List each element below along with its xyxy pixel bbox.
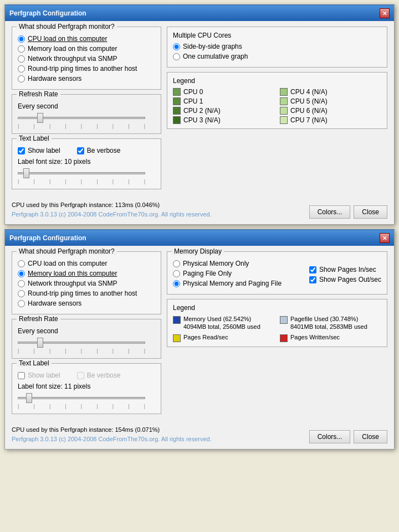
checkbox-group-1: Show label Be verbose bbox=[18, 147, 155, 154]
refresh-slider-2[interactable]: ||||||||| bbox=[18, 337, 145, 354]
tl-group-title-2: Text Label bbox=[17, 359, 52, 367]
button-row-1: Colors... Close bbox=[309, 205, 387, 219]
dialog-title-2: Perfgraph Configuration bbox=[9, 234, 86, 242]
show-label-text-1: Show label bbox=[28, 147, 60, 154]
font-slider-2[interactable]: ||||||||| bbox=[18, 392, 145, 409]
dialog-1: Perfgraph Configuration ✕ What should Pe… bbox=[4, 4, 395, 225]
show-pages-out-cb-2[interactable]: Show Pages Out/sec bbox=[309, 276, 381, 283]
show-label-cb-2[interactable]: Show label bbox=[18, 371, 60, 379]
physical-only-radio-2[interactable]: Physical Memory Only bbox=[173, 260, 304, 267]
legend-item-1: CPU 1 bbox=[173, 97, 274, 105]
legend-item-7: CPU 7 (N/A) bbox=[280, 116, 381, 124]
left-col-1: What should Perfgraph monitor? CPU load … bbox=[12, 27, 161, 194]
close-btn-1[interactable]: ✕ bbox=[380, 8, 390, 18]
legend-color-7 bbox=[280, 116, 288, 124]
radio-memory-2[interactable]: Memory load on this computer bbox=[18, 270, 155, 277]
title-bar-1: Perfgraph Configuration ✕ bbox=[5, 6, 394, 21]
cumulative-radio-1[interactable]: One cumulative graph bbox=[173, 53, 381, 60]
legend-item-6: CPU 6 (N/A) bbox=[280, 107, 381, 115]
legend-label-1: CPU 1 bbox=[183, 97, 203, 105]
legend-item-2: CPU 2 (N/A) bbox=[173, 107, 274, 115]
font-slider-1[interactable]: ||||||||| bbox=[18, 168, 145, 184]
colors-button-2[interactable]: Colors... bbox=[309, 430, 351, 443]
refresh-title-1: Refresh Rate bbox=[17, 90, 60, 98]
close-btn-2[interactable]: ✕ bbox=[380, 233, 390, 243]
mem-display-title-2: Memory Display bbox=[172, 247, 224, 255]
legend-color-4 bbox=[280, 88, 288, 96]
colors-button-1[interactable]: Colors... bbox=[309, 205, 351, 219]
physical-only-label-2: Physical Memory Only bbox=[183, 260, 249, 267]
title-bar-2: Perfgraph Configuration ✕ bbox=[5, 230, 394, 246]
be-verbose-text-2: Be verbose bbox=[87, 371, 121, 379]
legend-label-0: CPU 0 bbox=[183, 88, 203, 96]
radio-memory-1[interactable]: Memory load on this computer bbox=[18, 45, 155, 53]
mem-legend-color-2 bbox=[173, 334, 181, 342]
mem-legend-item-0: Memory Used (62.542%) 4094MB total, 2560… bbox=[173, 315, 274, 331]
mem-legend-grid-2: Memory Used (62.542%) 4094MB total, 2560… bbox=[173, 315, 381, 342]
radio-hardware-1[interactable]: Hardware sensors bbox=[18, 75, 155, 82]
legend-color-3 bbox=[173, 116, 181, 124]
main-layout-2: What should Perfgraph monitor? CPU load … bbox=[12, 251, 387, 419]
legend-title-1: Legend bbox=[173, 77, 381, 85]
radio-roundtrip-label-2: Round-trip ping times to another host bbox=[28, 290, 137, 297]
radio-cpu-2[interactable]: CPU load on this computer bbox=[18, 260, 155, 267]
be-verbose-cb-2[interactable]: Be verbose bbox=[77, 371, 121, 379]
legend-item-4: CPU 4 (N/A) bbox=[280, 88, 381, 96]
copyright-2: Perfgraph 3.0.13 (c) 2004-2008 CodeFromT… bbox=[12, 435, 212, 444]
close-button-1[interactable]: Close bbox=[354, 205, 387, 219]
legend-item-5: CPU 5 (N/A) bbox=[280, 97, 381, 105]
dialog-title-1: Perfgraph Configuration bbox=[9, 9, 86, 17]
legend-label-7: CPU 7 (N/A) bbox=[290, 116, 328, 124]
radio-cpu-label-2: CPU load on this computer bbox=[28, 260, 107, 267]
refresh-label-1: Every second bbox=[18, 102, 155, 110]
paging-only-label-2: Paging File Only bbox=[183, 270, 232, 277]
both-radio-2[interactable]: Physical Memory and Paging File bbox=[173, 280, 304, 287]
mem-legend-title-2: Legend bbox=[173, 304, 381, 312]
dialog-body-2: What should Perfgraph monitor? CPU load … bbox=[5, 246, 394, 449]
radio-hardware-2[interactable]: Hardware sensors bbox=[18, 299, 155, 307]
radio-cpu-1[interactable]: CPU load on this computer bbox=[18, 35, 155, 43]
text-label-group-1: Text Label Show label Be verbose Label f… bbox=[12, 138, 161, 189]
monitor-group-2: What should Perfgraph monitor? CPU load … bbox=[12, 251, 161, 314]
mem-legend-text-2: Pages Read/sec bbox=[183, 333, 228, 341]
cpu-cores-title-1: Multiple CPU Cores bbox=[173, 32, 381, 39]
legend-color-5 bbox=[280, 97, 288, 105]
side-by-side-radio-1[interactable]: Side-by-side graphs bbox=[173, 43, 381, 50]
legend-item-0: CPU 0 bbox=[173, 88, 274, 96]
radio-roundtrip-1[interactable]: Round-trip ping times to another host bbox=[18, 65, 155, 73]
mem-legend-item-2: Pages Read/sec bbox=[173, 333, 274, 342]
legend-color-6 bbox=[280, 107, 288, 115]
button-row-2: Colors... Close bbox=[309, 430, 387, 443]
radio-roundtrip-label-1: Round-trip ping times to another host bbox=[28, 65, 137, 73]
legend-item-3: CPU 3 (N/A) bbox=[173, 116, 274, 124]
paging-only-radio-2[interactable]: Paging File Only bbox=[173, 270, 304, 277]
refresh-slider-1[interactable]: ||||||||| bbox=[18, 112, 145, 129]
monitor-group-title-2: What should Perfgraph monitor? bbox=[17, 247, 117, 255]
radio-roundtrip-2[interactable]: Round-trip ping times to another host bbox=[18, 290, 155, 297]
monitor-group-1: What should Perfgraph monitor? CPU load … bbox=[12, 27, 161, 90]
main-layout-1: What should Perfgraph monitor? CPU load … bbox=[12, 27, 387, 194]
radio-hardware-label-1: Hardware sensors bbox=[28, 75, 81, 82]
show-pages-in-cb-2[interactable]: Show Pages In/sec bbox=[309, 266, 381, 273]
radio-network-2[interactable]: Network throughput via SNMP bbox=[18, 280, 155, 287]
checkbox-group-2: Show label Be verbose bbox=[18, 371, 155, 379]
radio-network-1[interactable]: Network throughput via SNMP bbox=[18, 55, 155, 63]
title-bar-buttons-2: ✕ bbox=[380, 233, 390, 243]
show-label-cb-1[interactable]: Show label bbox=[18, 147, 60, 154]
info-text-2: CPU used by this Perfgraph instance: 154… bbox=[12, 425, 212, 443]
text-label-group-2: Text Label Show label Be verbose Label f… bbox=[12, 363, 161, 414]
mem-legend-color-1 bbox=[280, 316, 288, 324]
mem-legend-text-0: Memory Used (62.542%) 4094MB total, 2560… bbox=[183, 315, 260, 331]
legend-label-6: CPU 6 (N/A) bbox=[290, 107, 328, 115]
font-size-label-1: Label font size: 10 pixels bbox=[18, 158, 155, 166]
refresh-group-1: Refresh Rate Every second ||||||||| bbox=[12, 94, 161, 134]
radio-memory-label-2: Memory load on this computer bbox=[28, 270, 117, 277]
bottom-section-2: CPU used by this Perfgraph instance: 154… bbox=[12, 422, 387, 443]
close-button-2[interactable]: Close bbox=[354, 430, 387, 443]
cumulative-label-1: One cumulative graph bbox=[183, 53, 248, 60]
legend-grid-1: CPU 0 CPU 4 (N/A) CPU 1 CPU 5 (N/A) bbox=[173, 88, 381, 124]
legend-label-5: CPU 5 (N/A) bbox=[290, 97, 328, 105]
refresh-title-2: Refresh Rate bbox=[17, 315, 60, 323]
cpu-used-1: CPU used by this Perfgraph instance: 113… bbox=[12, 200, 212, 210]
be-verbose-cb-1[interactable]: Be verbose bbox=[77, 147, 121, 154]
